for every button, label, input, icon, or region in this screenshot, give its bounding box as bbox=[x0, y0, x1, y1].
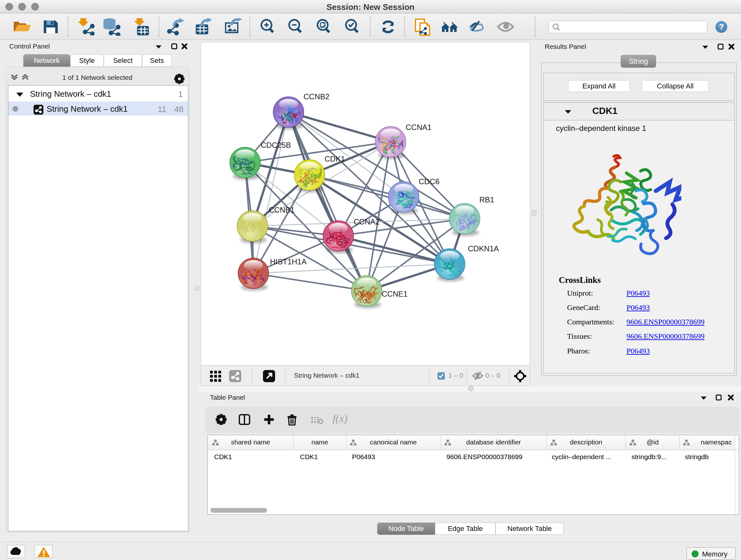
svg-text:CCNB1: CCNB1 bbox=[269, 206, 294, 214]
svg-text:HIST1H1A: HIST1H1A bbox=[270, 257, 307, 266]
svg-text:CCNA1: CCNA1 bbox=[406, 123, 431, 132]
svg-text:CDC25B: CDC25B bbox=[261, 141, 291, 149]
svg-text:CDK1: CDK1 bbox=[325, 154, 345, 163]
svg-text:CCNB2: CCNB2 bbox=[304, 92, 329, 101]
svg-text:CDKN1A: CDKN1A bbox=[468, 244, 499, 253]
svg-text:RB1: RB1 bbox=[479, 195, 494, 204]
svg-text:CCNA2: CCNA2 bbox=[354, 217, 380, 226]
svg-text:CDC6: CDC6 bbox=[419, 177, 440, 186]
svg-text:CCNE1: CCNE1 bbox=[382, 290, 408, 298]
